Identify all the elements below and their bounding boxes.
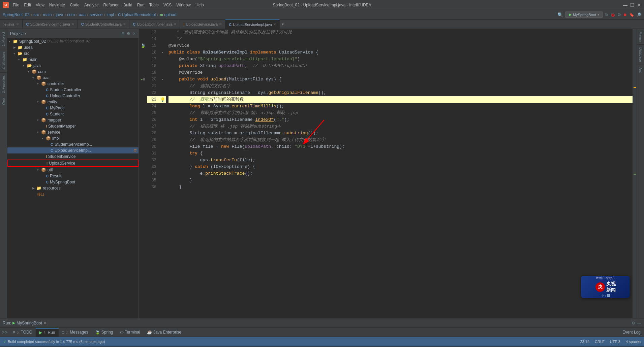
menu-view[interactable]: View	[34, 2, 47, 8]
tree-item-upload-service-impl[interactable]: C UploadServiceImp... 类	[7, 147, 139, 153]
bottom-tab-todo[interactable]: ≡ 6: TODO	[9, 328, 36, 337]
stop-icon[interactable]: ⏹	[623, 12, 627, 17]
search2-icon[interactable]: 🔎	[636, 12, 641, 17]
breadcrumb-class[interactable]: C UploadServiceImpl	[118, 12, 156, 17]
tree-item-src[interactable]: ▾ 📂 src	[7, 50, 139, 57]
refresh-icon[interactable]: ↻	[605, 12, 608, 17]
tab-close-icon[interactable]: ✕	[123, 22, 126, 26]
menu-build[interactable]: Build	[121, 2, 134, 8]
tree-close-icon[interactable]: ✕	[132, 31, 136, 36]
tree-item-my-spring-boot[interactable]: C MySpringBoot	[7, 179, 139, 185]
tree-item-impl[interactable]: ▾ 📦 impl	[7, 135, 139, 141]
sidebar-structure-label[interactable]: Z: Structure	[0, 49, 7, 72]
menu-vcs[interactable]: VCS	[161, 2, 174, 8]
tree-item-student-service-impl[interactable]: C StudentServiceImp...	[7, 141, 139, 147]
close-button[interactable]: ✕	[637, 2, 641, 8]
breadcrumb-com[interactable]: com	[67, 12, 75, 17]
tree-item-aaa[interactable]: ▾ 📦 aaa	[7, 75, 139, 81]
tree-item-service[interactable]: ▾ 📦 service	[7, 129, 139, 135]
tree-item-root[interactable]: ▾ 📁 SpringBoot_02 D:\工具\Java\SpringBoot_…	[7, 38, 139, 44]
tab-student-controller[interactable]: C StudentController.java ✕	[78, 20, 129, 29]
tree-item-java[interactable]: ▾ 📂 java	[7, 63, 139, 69]
tree-item-main[interactable]: ▾ 📁 main	[7, 57, 139, 63]
bottom-tab-terminal[interactable]: ▭ Terminal	[117, 328, 144, 337]
tree-item-mapper[interactable]: ▾ 📦 mapper	[7, 117, 139, 123]
menu-file[interactable]: File	[11, 2, 21, 8]
menu-help[interactable]: Help	[193, 2, 206, 8]
status-line-ending[interactable]: CRLF	[595, 340, 605, 344]
status-line-col[interactable]: 23:14	[580, 340, 590, 344]
debug-icon[interactable]: 🐞	[610, 12, 615, 17]
tab-student-service-impl[interactable]: C StudentServiceImpl.java ✕	[23, 20, 78, 29]
settings-icon[interactable]: ⚙	[617, 12, 621, 17]
tab-close-icon[interactable]: ✕	[219, 22, 222, 26]
maximize-button[interactable]: ❐	[630, 2, 635, 8]
menu-window[interactable]: Window	[174, 2, 193, 8]
breadcrumb-service[interactable]: service	[90, 12, 102, 17]
tab-e-java[interactable]: :e.java ✕	[0, 20, 23, 29]
menu-run[interactable]: Run	[135, 2, 147, 8]
tree-item-idea[interactable]: ▶ 📁 .idea	[7, 44, 139, 50]
tree-item-controller[interactable]: ▾ 📦 controller	[7, 81, 139, 87]
breadcrumb-main[interactable]: main	[43, 12, 52, 17]
status-indent[interactable]: 4 spaces	[626, 340, 641, 344]
sidebar-favorites-label[interactable]: 2: Favorites	[0, 72, 7, 96]
tree-item-util[interactable]: ▾ 📦 util	[7, 167, 139, 173]
breadcrumb-impl[interactable]: impl	[106, 12, 114, 17]
fold-20[interactable]: ▾	[159, 76, 166, 83]
sidebar-web-label[interactable]: Web	[0, 96, 7, 108]
menu-edit[interactable]: Edit	[22, 2, 33, 8]
breadcrumb-project[interactable]: SpringBoot_02	[3, 12, 29, 17]
right-sidebar-database[interactable]: Database	[637, 45, 644, 65]
tree-item-student[interactable]: C Student	[7, 111, 139, 117]
run-bar-close[interactable]: ✕	[43, 321, 47, 325]
bottom-tab-run[interactable]: ▶ 4: Run	[36, 328, 58, 337]
bulb-icon[interactable]: 💡	[160, 97, 165, 102]
code-view[interactable]: 🍃 ▶ @ 13 14 15 16	[139, 29, 637, 318]
tab-upload-controller[interactable]: C UploadController.java ✕	[129, 20, 180, 29]
bottom-tab-spring[interactable]: 🍃 Spring	[92, 328, 117, 337]
breadcrumb-java[interactable]: java	[56, 12, 63, 17]
tree-item-upload-service[interactable]: I UploadService	[7, 160, 139, 167]
breadcrumb-method[interactable]: m upload	[160, 12, 176, 17]
search-icon[interactable]: 🔍	[557, 12, 563, 18]
tree-item-com[interactable]: ▾ 📦 com	[7, 69, 139, 75]
menu-navigate[interactable]: Navigate	[47, 2, 67, 8]
right-sidebar-maven[interactable]: Maven	[637, 29, 644, 45]
menu-code[interactable]: Code	[68, 2, 82, 8]
run-gutter-icon[interactable]: ▶ @	[139, 76, 147, 83]
menu-refactor[interactable]: Refactor	[101, 2, 121, 8]
minimize-button[interactable]: —	[623, 2, 627, 8]
fold-16[interactable]: ▾	[159, 49, 166, 56]
tree-item-result[interactable]: C Result	[7, 173, 139, 179]
bottom-tab-messages[interactable]: □ 0: Messages	[59, 328, 92, 337]
tab-upload-service-impl[interactable]: C UploadServiceImpl.java ✕	[225, 20, 280, 29]
run-config-selector[interactable]: ▶ MySpringBoot ▾	[565, 11, 603, 18]
tree-item-entity[interactable]: ▾ 📦 entity	[7, 99, 139, 105]
tab-close-icon-active[interactable]: ✕	[273, 23, 276, 26]
bottom-tab-java-enterprise[interactable]: ☕ Java Enterprise	[144, 328, 185, 337]
bookmark-icon[interactable]: 🔖	[629, 12, 634, 17]
project-dropdown-icon[interactable]: ▾	[25, 32, 26, 35]
breadcrumb-aaa[interactable]: aaa	[79, 12, 86, 17]
bottom-expand-btn[interactable]: >>	[0, 328, 9, 337]
tab-upload-service[interactable]: I UploadService.java ✕	[180, 20, 225, 29]
right-sidebar-ant[interactable]: Ant	[637, 65, 644, 75]
status-encoding[interactable]: UTF-8	[610, 340, 620, 344]
breadcrumb-src[interactable]: src	[33, 12, 39, 17]
menu-analyze[interactable]: Analyze	[82, 2, 101, 8]
tabs-overflow-button[interactable]: ▾	[280, 20, 286, 29]
fold-icon-20[interactable]: ▾	[161, 78, 163, 81]
tree-settings-icon[interactable]: ⚙	[127, 31, 130, 36]
tab-close-icon[interactable]: ✕	[16, 22, 19, 26]
tab-close-icon[interactable]: ✕	[71, 22, 74, 26]
tree-item-mypage[interactable]: C MyPage	[7, 105, 139, 111]
tree-item-student-mapper[interactable]: I StudentMapper	[7, 123, 139, 129]
run-settings-icon[interactable]: ⚙	[632, 321, 635, 325]
tree-item-resources[interactable]: ▶ 📁 resources	[7, 185, 139, 191]
sidebar-project-label[interactable]: 1: Project	[0, 29, 7, 49]
tab-close-icon[interactable]: ✕	[174, 22, 176, 26]
bulb-23[interactable]: 💡	[159, 96, 166, 103]
tree-item-student-controller[interactable]: C StudentController	[7, 87, 139, 93]
menu-tools[interactable]: Tools	[147, 2, 161, 8]
